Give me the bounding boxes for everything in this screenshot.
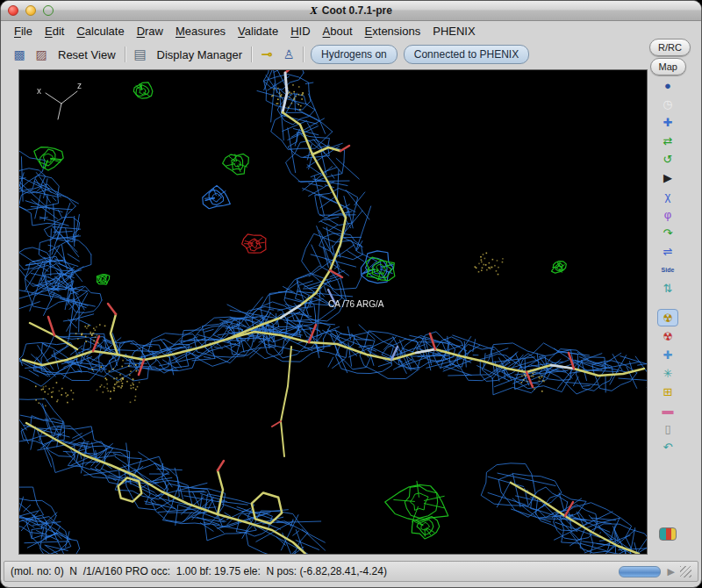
x11-icon: X	[310, 4, 318, 18]
display-manager-button[interactable]: Display Manager	[154, 47, 246, 63]
axis-label-z: z	[77, 81, 82, 90]
squared-plus-icon[interactable]: ⊞	[657, 383, 678, 400]
asterisk-tool-icon[interactable]: ✳	[657, 364, 678, 382]
menu-extensions[interactable]: Extensions	[359, 23, 427, 39]
window-title-text: Coot 0.7.1-pre	[322, 4, 392, 17]
close-button[interactable]	[8, 5, 18, 16]
up-down-arrows-icon[interactable]: ⇅	[657, 279, 678, 297]
menu-hid[interactable]: HID	[284, 23, 316, 39]
rotate-ccw-icon[interactable]: ↺	[657, 150, 678, 168]
flip-arrow-icon[interactable]: ↷	[657, 224, 678, 241]
toolbar-separator	[303, 47, 304, 62]
minimize-button[interactable]	[25, 5, 36, 16]
key-icon[interactable]: ⊸	[259, 47, 275, 61]
play-icon[interactable]: ▶	[657, 169, 678, 186]
resize-grip[interactable]	[680, 566, 691, 577]
clock-icon[interactable]: ◷	[657, 95, 678, 112]
menu-phenix[interactable]: PHENIX	[426, 23, 481, 39]
move-arrows-icon[interactable]: ✚	[657, 113, 678, 131]
equilibrium-arrows-icon[interactable]: ⇌	[657, 242, 678, 260]
zoom-button[interactable]	[43, 5, 54, 16]
side-chain-180-icon[interactable]: Side	[657, 261, 678, 278]
axis-label-x: x	[37, 86, 41, 96]
radiation-yellow-icon[interactable]: ☢	[657, 309, 678, 326]
open-coordinates-icon[interactable]: ▩	[11, 47, 27, 61]
open-map-icon[interactable]: ▨	[33, 47, 49, 61]
right-toolbar: ●◷✚⇄↺▶χφ↷⇌Side⇅☢☢✚✳⊞▬▯↶	[650, 76, 685, 555]
main-toolbar: ▩ ▨ Reset View ▤ Display Manager ⊸ ♙ Hyd…	[11, 43, 529, 66]
rrc-button[interactable]: R/RC	[649, 39, 691, 56]
chi-angles-icon[interactable]: χ	[657, 187, 678, 204]
eraser-icon[interactable]: ▬	[657, 401, 678, 419]
menu-draw[interactable]: Draw	[131, 23, 169, 39]
menu-edit[interactable]: Edit	[39, 23, 70, 39]
figure-icon[interactable]: ♙	[281, 47, 297, 61]
atom-label: CA /76 ARG/A	[328, 299, 383, 309]
window-title: X Coot 0.7.1-pre	[310, 4, 392, 18]
radiation-red-icon[interactable]: ☢	[657, 327, 678, 345]
expand-arrow-icon[interactable]: ▶	[668, 566, 675, 577]
status-bar: (mol. no: 0) N /1/A/160 PRO occ: 1.00 bf…	[4, 561, 698, 582]
density-canvas[interactable]	[19, 70, 647, 554]
display-manager-icon[interactable]: ▤	[133, 47, 148, 61]
toolbar-separator	[125, 47, 126, 62]
blue-sphere-icon[interactable]: ●	[657, 76, 678, 94]
menu-measures[interactable]: Measures	[169, 23, 232, 39]
menu-validate[interactable]: Validate	[232, 23, 284, 39]
exchange-arrows-icon[interactable]: ⇄	[657, 132, 678, 149]
gl-viewport[interactable]: x z CA /76 ARG/A	[18, 69, 648, 555]
phenix-status-button[interactable]: Connected to PHENIX	[404, 45, 529, 64]
plus-cross-icon[interactable]: ✚	[657, 346, 678, 363]
coot-window: X Coot 0.7.1-pre FileEditCalculateDrawMe…	[0, 0, 702, 588]
reset-view-button[interactable]: Reset View	[55, 47, 118, 63]
mini-scrollbar[interactable]	[619, 566, 661, 577]
hydrogens-toggle[interactable]: Hydrogens on	[311, 45, 398, 64]
toolbar-separator	[251, 47, 253, 62]
picture-icon[interactable]	[659, 527, 677, 541]
menu-file[interactable]: File	[8, 23, 39, 39]
map-button[interactable]: Map	[650, 58, 686, 75]
phi-torsion-icon[interactable]: φ	[657, 205, 678, 223]
menu-about[interactable]: About	[317, 23, 359, 39]
menu-bar: FileEditCalculateDrawMeasuresValidateHID…	[8, 20, 482, 41]
title-bar[interactable]: X Coot 0.7.1-pre	[1, 1, 701, 21]
status-text: (mol. no: 0) N /1/A/160 PRO occ: 1.00 bf…	[11, 565, 387, 577]
menu-calculate[interactable]: Calculate	[70, 23, 130, 39]
undo-arrow-icon[interactable]: ↶	[657, 438, 678, 455]
traffic-lights	[8, 5, 54, 16]
trash-icon[interactable]: ▯	[657, 419, 678, 437]
